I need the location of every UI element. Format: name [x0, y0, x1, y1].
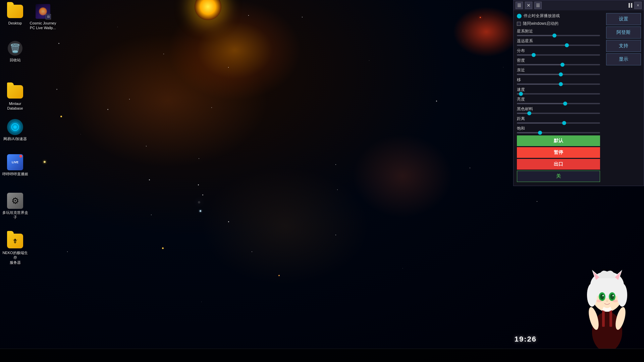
pause-btn[interactable]: 暂停 [517, 147, 600, 158]
windows-startup-label: 随同windows启动的 [523, 21, 558, 26]
density-label: 密度 [517, 58, 600, 63]
icon-label-gear: 多玩坦克世界盒子 [2, 210, 29, 220]
clock: 19:26 [515, 335, 537, 344]
icon-label-recycle: 回收站 [10, 58, 21, 62]
folder-icon [7, 3, 23, 19]
proximity-label: 亲近 [517, 67, 600, 73]
panel-menu-btn[interactable] [534, 2, 542, 9]
move-group: 移 [517, 77, 600, 85]
brightness-group: 亮度 [517, 97, 600, 104]
black-material-group: 黑色材料 [517, 106, 600, 114]
density-thumb[interactable] [560, 63, 565, 67]
control-panel: ✕ × 停止时全屏播放游戏 随同windows启动的 [513, 0, 644, 186]
black-material-thumb[interactable] [527, 111, 531, 115]
recycle-icon: 🗑️ [7, 40, 23, 56]
brightness-track[interactable] [517, 103, 600, 104]
neko-icon[interactable]: 🗡 NEKO的极端生存服务器 [2, 233, 29, 265]
saturation-label: 饱和 [517, 126, 600, 131]
svg-rect-22 [609, 310, 612, 327]
density-group: 密度 [517, 58, 600, 65]
icon-label-mintaur: MintaurDatabase [7, 101, 23, 111]
distance-group: 距离 [517, 116, 600, 124]
distance-thumb[interactable] [562, 121, 566, 125]
icon-label-live: 哔哔哔哔直播姬 [2, 172, 28, 176]
close-btn[interactable]: 关 [517, 171, 600, 182]
move-thumb[interactable] [559, 82, 563, 86]
exit-btn[interactable]: 出口 [517, 159, 600, 170]
cosmic-journey-icon[interactable]: 🖼 Cosmic JourneyPC Live Wallp... [30, 3, 56, 31]
svg-point-13 [610, 294, 614, 300]
desktop-icon[interactable]: Desktop [2, 3, 29, 25]
panel-body: 停止时全屏播放游戏 随同windows启动的 星系附近 遥远星系 [514, 10, 644, 186]
svg-point-18 [612, 300, 618, 302]
uu-accel-icon[interactable]: 网易UU加速器 [2, 119, 29, 141]
icon-label-neko: NEKO的极端生存服务器 [2, 250, 29, 265]
distribution-track[interactable] [517, 54, 600, 56]
move-label: 移 [517, 77, 600, 83]
mintaur-folder-icon [7, 84, 23, 100]
saturation-group: 饱和 [517, 126, 600, 133]
brightness-thumb[interactable] [563, 102, 567, 106]
taskbar [0, 349, 644, 362]
saturation-thumb[interactable] [538, 131, 542, 135]
nearby-stars-thumb[interactable] [552, 34, 556, 38]
distribution-label: 分布 [517, 48, 600, 54]
settings-btn[interactable]: 设置 [606, 13, 641, 25]
gear-world-icon[interactable]: ⚙ 多玩坦克世界盒子 [2, 193, 29, 220]
svg-rect-21 [602, 310, 605, 327]
adns-btn[interactable]: 阿登斯 [606, 26, 641, 39]
nearby-stars-group: 星系附近 [517, 28, 600, 36]
distant-stars-group: 遥远星系 [517, 38, 600, 46]
neko-icon-img: 🗡 [7, 233, 23, 249]
icon-label-desktop: Desktop [8, 21, 22, 25]
distribution-thumb[interactable] [532, 53, 536, 57]
svg-point-4 [587, 283, 597, 307]
proximity-thumb[interactable] [559, 72, 563, 76]
clock-time: 19:26 [515, 335, 537, 343]
distant-stars-label: 遥远星系 [517, 38, 600, 44]
fullscreen-indicator [517, 14, 522, 18]
gear-world-img: ⚙ [7, 193, 23, 209]
controls-right: 设置 阿登斯 支持 显示 [603, 10, 644, 186]
icon-label-uu: 网易UU加速器 [3, 136, 27, 141]
startup-checkbox[interactable] [517, 22, 521, 26]
move-track[interactable] [517, 83, 600, 85]
panel-titlebar: ✕ × [514, 0, 644, 10]
nearby-stars-track[interactable] [517, 35, 600, 36]
distribution-group: 分布 [517, 48, 600, 56]
black-material-track[interactable] [517, 113, 600, 114]
distance-track[interactable] [517, 122, 600, 124]
uu-icon-img [7, 119, 23, 135]
svg-point-15 [612, 295, 614, 296]
speed-track[interactable] [517, 93, 600, 95]
default-btn[interactable]: 默认 [517, 135, 600, 146]
saturation-track[interactable] [517, 132, 600, 133]
svg-point-16 [606, 300, 608, 302]
svg-point-14 [602, 295, 604, 296]
panel-pause-btn[interactable] [629, 3, 632, 8]
distant-stars-track[interactable] [517, 45, 600, 46]
speed-thumb[interactable] [519, 92, 523, 96]
display-btn[interactable]: 显示 [606, 53, 641, 65]
controls-left: 停止时全屏播放游戏 随同windows启动的 星系附近 遥远星系 [514, 10, 603, 186]
live-icon[interactable]: LIVE 哔哔哔哔直播姬 [2, 154, 29, 176]
panel-close-btn[interactable]: ✕ [525, 2, 532, 9]
support-btn[interactable]: 支持 [606, 40, 641, 52]
live-icon-img: LIVE [7, 154, 23, 170]
proximity-track[interactable] [517, 74, 600, 75]
svg-point-12 [600, 294, 604, 300]
panel-x-btn[interactable]: × [634, 2, 642, 9]
panel-minimize-btn[interactable] [516, 2, 523, 9]
brightness-label: 亮度 [517, 97, 600, 102]
fullscreen-stop-label: 停止时全屏播放游戏 [524, 13, 560, 19]
density-track[interactable] [517, 64, 600, 65]
anime-character [574, 248, 641, 349]
recycle-bin-icon[interactable]: 🗑️ 回收站 [2, 40, 29, 62]
svg-point-5 [617, 283, 627, 307]
speed-group: 速度 [517, 87, 600, 95]
mintaur-db-icon[interactable]: MintaurDatabase [2, 84, 29, 111]
svg-point-17 [596, 300, 602, 302]
distant-stars-thumb[interactable] [565, 43, 569, 47]
distance-label: 距离 [517, 116, 600, 122]
cosmic-thumb-icon: 🖼 [35, 3, 51, 19]
